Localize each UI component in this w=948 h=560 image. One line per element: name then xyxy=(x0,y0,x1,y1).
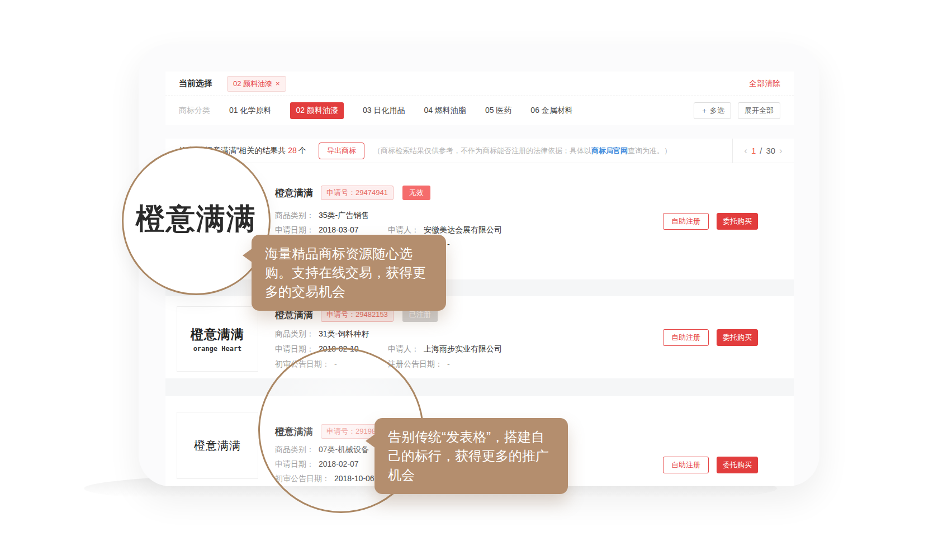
multi-select-button[interactable]: ＋ 多选 xyxy=(694,102,731,119)
results-count-number: 28 xyxy=(288,146,297,155)
results-header: 检索到“橙意满满”相关的结果共28个 导出商标 （商标检索结果仅供参考，不作为商… xyxy=(165,139,794,163)
status-badge: 无效 xyxy=(402,186,430,200)
entrust-buy-button[interactable]: 委托购买 xyxy=(717,213,758,230)
category-item-04[interactable]: 04 燃料油脂 xyxy=(424,106,466,116)
filter-actions: ＋ 多选 展开全部 xyxy=(694,102,780,119)
field-value: - xyxy=(447,237,450,251)
row-actions: 自助注册 委托购买 xyxy=(663,329,758,346)
field-value: - xyxy=(447,357,450,372)
entrust-buy-button[interactable]: 委托购买 xyxy=(717,329,758,346)
application-number-tag: 申请号：29474941 xyxy=(321,186,394,200)
pagination: ‹ 1 / 30 › xyxy=(732,139,794,163)
page-total: 30 xyxy=(766,146,775,155)
field-value: 上海雨步实业有限公司 xyxy=(424,341,502,357)
category-item-06[interactable]: 06 金属材料 xyxy=(530,106,572,116)
category-item-03[interactable]: 03 日化用品 xyxy=(363,106,405,116)
thumbnail-logo-text: 橙意满满 xyxy=(191,326,244,343)
category-item-05[interactable]: 05 医药 xyxy=(485,106,511,116)
tooltip-marketplace: 海量精品商标资源随心选购。支持在线交易，获得更多的交易机会 xyxy=(252,235,446,311)
expand-all-button[interactable]: 展开全部 xyxy=(738,102,780,119)
field-value: 31类-饲料种籽 xyxy=(319,326,369,341)
entrust-buy-button[interactable]: 委托购买 xyxy=(717,457,758,473)
selected-filter-tag-label: 02 颜料油漆 xyxy=(233,79,272,89)
category-label: 商标分类 xyxy=(179,106,210,116)
self-register-button[interactable]: 自助注册 xyxy=(663,213,709,230)
self-register-button[interactable]: 自助注册 xyxy=(663,329,709,346)
magnified-logo-text: 橙意满满 xyxy=(136,200,257,239)
tooltip-arrow-icon xyxy=(243,248,253,263)
tooltip-text: 海量精品商标资源随心选购。支持在线交易，获得更多的交易机会 xyxy=(265,246,426,299)
magnifier-circle: 橙意满满 xyxy=(122,146,271,295)
category-row: 商标分类 01 化学原料 02 颜料油漆 03 日化用品 04 燃料油脂 05 … xyxy=(165,96,794,125)
field-label: 商品类别： xyxy=(275,208,314,222)
trademark-thumbnail[interactable]: 橙意满满 xyxy=(177,412,258,479)
results-summary: 检索到“橙意满满”相关的结果共28个 导出商标 （商标检索结果仅供参考，不作为商… xyxy=(165,139,732,163)
row-divider xyxy=(165,378,794,396)
chevron-right-icon[interactable]: › xyxy=(779,146,783,155)
page-current: 1 xyxy=(751,146,756,155)
page-separator: / xyxy=(760,146,762,155)
category-item-02-selected[interactable]: 02 颜料油漆 xyxy=(290,102,343,119)
row-actions: 自助注册 委托购买 xyxy=(663,213,758,230)
self-register-button[interactable]: 自助注册 xyxy=(663,457,709,473)
row-actions: 自助注册 委托购买 xyxy=(663,457,758,473)
thumbnail-logo-subtext: orange Heart xyxy=(193,345,242,353)
trademark-thumbnail[interactable]: 橙意满满 orange Heart xyxy=(177,306,258,372)
trademark-name[interactable]: 橙意满满 xyxy=(275,187,313,200)
field-label: 申请人： xyxy=(388,341,419,357)
clear-all-button[interactable]: 全部清除 xyxy=(749,79,780,89)
filter-panel: 当前选择 02 颜料油漆 × 全部清除 商标分类 01 化学原料 02 颜料油漆… xyxy=(165,72,794,125)
current-selection-row: 当前选择 02 颜料油漆 × 全部清除 xyxy=(165,72,794,96)
close-icon[interactable]: × xyxy=(276,79,280,88)
category-item-01[interactable]: 01 化学原料 xyxy=(229,106,271,116)
trademark-office-link[interactable]: 商标局官网 xyxy=(591,146,628,155)
current-selection-label: 当前选择 xyxy=(179,78,212,89)
thumbnail-logo-text: 橙意满满 xyxy=(194,438,241,453)
tooltip-arrow-icon xyxy=(366,434,376,448)
results-disclaimer: （商标检索结果仅供参考，不作为商标能否注册的法律依据；具体以商标局官网查询为准。… xyxy=(373,146,671,156)
tooltip-promotion: 告别传统“发表格”，搭建自己的标行，获得更多的推广机会 xyxy=(375,418,568,494)
tooltip-text: 告别传统“发表格”，搭建自己的标行，获得更多的推广机会 xyxy=(388,429,549,482)
field-label: 商品类别： xyxy=(275,326,314,341)
selected-filter-tag[interactable]: 02 颜料油漆 × xyxy=(227,76,286,92)
field-value: 35类-广告销售 xyxy=(319,208,369,222)
chevron-left-icon[interactable]: ‹ xyxy=(744,146,747,155)
export-trademarks-button[interactable]: 导出商标 xyxy=(319,143,364,159)
